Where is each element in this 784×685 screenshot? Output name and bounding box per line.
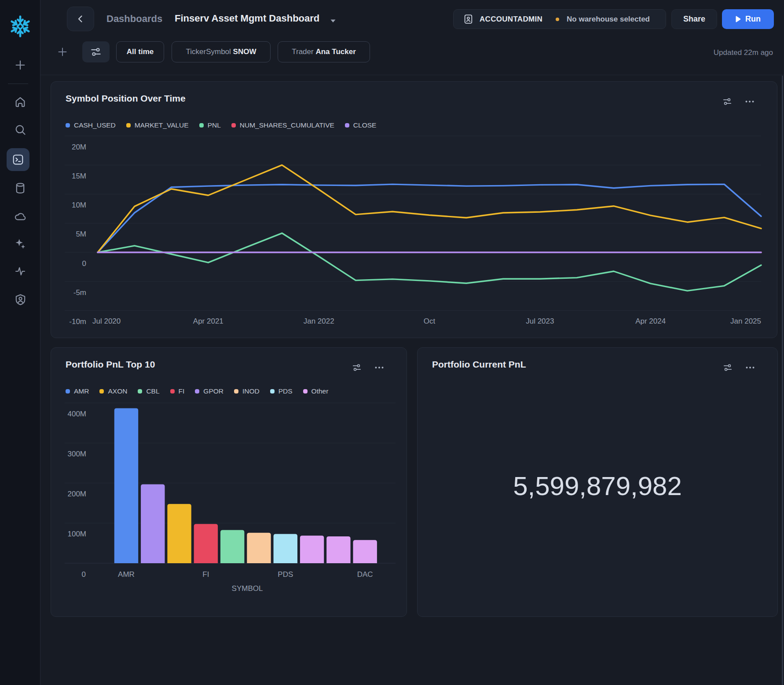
breadcrumb[interactable]: Dashboards (106, 13, 162, 25)
add-tile-button[interactable] (57, 47, 68, 59)
share-button[interactable]: Share (671, 9, 717, 29)
warehouse-status-dot (556, 18, 559, 21)
sidebar (0, 0, 40, 685)
bar-Other-8[interactable] (326, 536, 350, 563)
database-icon (14, 182, 26, 194)
card-symbol-position-over-time: Symbol Position Over Time CASH_USEDMARKE… (51, 81, 777, 338)
y-tick-label: 0 (82, 570, 86, 579)
x-tick-label: DAC (357, 570, 373, 579)
plus-icon (14, 59, 26, 71)
play-icon (735, 16, 741, 22)
chart-settings-icon[interactable] (723, 363, 733, 372)
activity-icon (14, 265, 26, 277)
caret-down-icon[interactable] (330, 17, 336, 25)
sidebar-item-data[interactable] (0, 182, 40, 194)
y-tick-label: 0 (82, 259, 86, 268)
y-tick-label: -10m (69, 317, 86, 326)
y-tick-label: 200M (67, 490, 86, 498)
x-tick-label: Oct (424, 317, 436, 325)
user-badge-icon (463, 14, 474, 25)
y-tick-label: 15M (72, 172, 86, 180)
chevron-left-icon (77, 15, 84, 23)
y-tick-label: 5M (76, 230, 86, 238)
sparkles-icon (14, 237, 26, 250)
bar-FI[interactable] (194, 524, 218, 563)
line-series-CASH_USED (98, 184, 761, 252)
bar-CBL[interactable] (220, 530, 244, 563)
run-button[interactable]: Run (722, 9, 774, 29)
snowflake-logo[interactable] (0, 14, 40, 39)
sidebar-item-worksheets-active[interactable] (7, 148, 29, 171)
plus-icon (57, 47, 68, 57)
line-series-PNL (98, 233, 761, 291)
sidebar-divider (8, 84, 28, 84)
y-tick-label: 400M (67, 410, 86, 418)
sidebar-item-marketplace[interactable] (0, 210, 40, 222)
search-icon (14, 124, 26, 136)
sidebar-item-search[interactable] (0, 124, 40, 136)
x-tick-label: AMR (118, 570, 135, 579)
bar-PDS[interactable] (274, 534, 297, 563)
x-tick-label: Jan 2025 (730, 317, 761, 325)
bar-GPOR[interactable] (141, 485, 165, 563)
x-tick-label: Jan 2022 (304, 317, 334, 325)
line-chart[interactable]: 20M15M10M5M0-5m-10mJul 2020Apr 2021Jan 2… (51, 82, 778, 339)
card-portfolio-current-pnl: Portfolio Current PnL 5,599,879,982 (417, 347, 778, 617)
y-tick-label: 10M (72, 201, 86, 209)
sliders-icon (90, 46, 102, 58)
sidebar-new-button[interactable] (0, 59, 40, 71)
worksheets-icon (12, 153, 24, 166)
bar-chart[interactable]: 400M300M200M100M0AMRFIPDSDACSYMBOL (51, 348, 407, 617)
metric-value: 5,599,879,982 (418, 471, 777, 501)
card-portfolio-pnl-top10: Portfolio PnL Top 10 AMRAXONCBLFIGPORINO… (51, 347, 407, 617)
bar-Other-7[interactable] (300, 536, 324, 563)
bar-INOD[interactable] (247, 533, 271, 563)
x-tick-label: Jul 2023 (526, 317, 554, 325)
bar-AXON[interactable] (167, 504, 191, 563)
x-tick-label: Apr 2021 (193, 317, 223, 325)
shield-person-icon (14, 293, 27, 306)
card-title: Portfolio Current PnL (432, 359, 526, 370)
x-tick-label: PDS (278, 570, 293, 579)
sidebar-item-home[interactable] (0, 96, 40, 108)
role-label: ACCOUNTADMIN (480, 15, 542, 24)
page-title[interactable]: Finserv Asset Mgmt Dashboard (175, 13, 319, 24)
filter-chip-trader[interactable]: Trader Ana Tucker (278, 41, 370, 62)
back-button[interactable] (67, 7, 94, 31)
filter-chip-time-range[interactable]: All time (116, 41, 164, 62)
header: Dashboards Finserv Asset Mgmt Dashboard … (40, 0, 784, 75)
filters-button[interactable] (82, 41, 110, 62)
sidebar-item-ai-ml[interactable] (0, 237, 40, 250)
sidebar-item-admin[interactable] (0, 293, 40, 306)
bar-AMR[interactable] (114, 408, 138, 563)
updated-timestamp: Updated 22m ago (714, 48, 773, 57)
context-pill[interactable]: ACCOUNTADMIN No warehouse selected (453, 9, 666, 29)
x-tick-label: Apr 2024 (635, 317, 666, 325)
x-tick-label: Jul 2020 (92, 317, 121, 325)
y-tick-label: 20M (72, 143, 86, 151)
scrollbar[interactable] (782, 76, 783, 685)
y-tick-label: -5m (73, 288, 86, 297)
y-tick-label: 300M (67, 450, 86, 458)
x-axis-title: SYMBOL (232, 584, 263, 593)
more-options-icon[interactable] (745, 362, 755, 373)
filter-chip-ticker[interactable]: TickerSymbol SNOW (172, 41, 271, 62)
line-series-MARKET_VALUE (98, 165, 761, 252)
sidebar-item-activity[interactable] (0, 265, 40, 277)
warehouse-status-label: No warehouse selected (567, 15, 650, 24)
home-icon (14, 96, 26, 108)
bar-DAC[interactable] (353, 540, 377, 563)
y-tick-label: 100M (67, 530, 86, 538)
cloud-icon (14, 210, 26, 222)
x-tick-label: FI (202, 570, 209, 579)
